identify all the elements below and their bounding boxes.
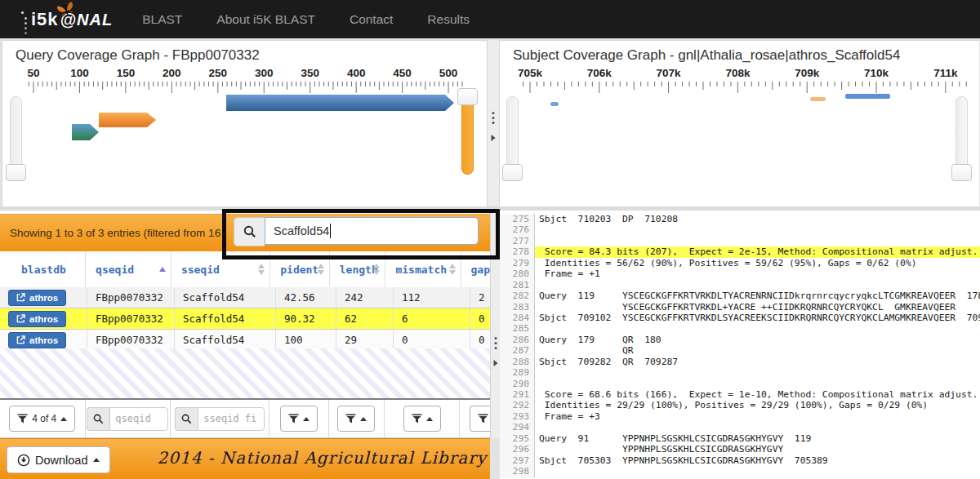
column-header-blastdb[interactable]: blastdb — [0, 251, 86, 287]
line-number: 275 — [500, 214, 535, 224]
column-header-sseqid[interactable]: sseqid — [172, 251, 270, 287]
nav-item-contact[interactable]: Contact — [350, 12, 393, 27]
alignment-text: YSCEGCKGFFKRTVRKDL+YACRE ++CIIDKRQRNRCQY… — [535, 302, 980, 313]
text-cursor — [330, 224, 331, 238]
subject-left-slider-track[interactable] — [506, 96, 519, 173]
table-row[interactable]: athrosFBpp0070332Scaffold5490.326260 — [0, 308, 490, 330]
query-zoom-slider-track[interactable] — [461, 93, 474, 175]
splitter-collapse-arrow-icon[interactable] — [494, 360, 498, 366]
query-zoom-slider-handle[interactable] — [457, 88, 478, 105]
splitter-collapse-arrow-icon[interactable] — [492, 135, 496, 141]
top-panel-splitter[interactable] — [487, 40, 500, 206]
alignment-line: 276 — [500, 224, 980, 235]
alignment-line: 289 — [500, 367, 980, 378]
alignment-line: 293 Frame = +3 — [500, 411, 980, 422]
gap-filter-button[interactable] — [470, 406, 490, 432]
svg-text:707k: 707k — [657, 67, 682, 79]
subject-right-slider-track[interactable] — [956, 96, 968, 173]
line-number: 298 — [500, 466, 535, 477]
alignment-text: Sbjct 709282 QR 709287 — [535, 357, 980, 367]
alignment-text-panel[interactable]: 275Sbjct 710203 DP 710208276277278 Score… — [500, 211, 980, 479]
nav-item-blast[interactable]: BLAST — [142, 12, 182, 27]
table-row[interactable]: athrosFBpp0070332Scaffold5442.562421122 — [0, 287, 490, 308]
svg-text:500: 500 — [439, 67, 458, 79]
alignment-text — [535, 466, 980, 477]
alignment-line: 287 QR — [500, 345, 980, 356]
line-number: 292 — [500, 400, 535, 410]
svg-text:50: 50 — [27, 67, 39, 79]
query-left-slider-track[interactable] — [10, 96, 22, 173]
line-number: 283 — [500, 302, 535, 313]
filter-cell-sseqid — [171, 400, 270, 437]
caret-up-icon — [60, 417, 67, 421]
sort-both-icon — [449, 264, 456, 275]
cell-qseqid: FBpp0070332 — [87, 330, 175, 350]
length-filter-button[interactable] — [337, 406, 375, 432]
table-search-icon[interactable] — [234, 217, 265, 246]
table-search-input[interactable]: Scaffold54 — [265, 217, 479, 245]
blast-results-page: { "theme":{"accent_orange":"#f09212","hi… — [0, 0, 980, 479]
alignment-text: Query 179 QR 180 — [535, 335, 980, 345]
svg-text:711k: 711k — [933, 67, 958, 79]
line-number: 281 — [500, 280, 535, 291]
subject-hit-orange[interactable] — [810, 97, 826, 101]
line-number: 277 — [500, 236, 535, 246]
navbar: i5k @NAL BLAST About i5K BLAST Contact R… — [0, 0, 980, 38]
column-header-qseqid[interactable]: qseqid — [86, 251, 172, 287]
download-label: Download — [35, 454, 88, 467]
download-button[interactable]: Download — [7, 446, 110, 473]
subject-hit-small[interactable] — [550, 102, 559, 106]
query-hit-green[interactable] — [72, 124, 99, 140]
alignment-text — [535, 323, 980, 334]
subject-coverage-panel: Subject Coverage Graph - gnl|Athalia_ros… — [499, 40, 979, 207]
cell-sseqid: Scaffold54 — [175, 287, 276, 308]
caret-up-icon — [93, 458, 100, 462]
svg-text:708k: 708k — [725, 67, 751, 79]
cell-gap: 0 — [470, 308, 490, 329]
line-number: 291 — [500, 389, 535, 400]
query-hit-orange[interactable] — [99, 113, 156, 127]
nav-item-about[interactable]: About i5K BLAST — [216, 12, 315, 27]
subject-left-slider-handle[interactable] — [502, 164, 523, 181]
cell-mismatch: 0 — [394, 330, 470, 350]
query-hit-blue[interactable] — [226, 95, 454, 111]
query-left-slider-handle[interactable] — [6, 164, 26, 181]
subject-right-slider-handle[interactable] — [951, 164, 972, 181]
line-number: 297 — [500, 455, 535, 466]
column-header-length[interactable]: length — [330, 251, 386, 287]
blastdb-link-button[interactable]: athros — [8, 332, 66, 348]
external-link-icon — [16, 335, 25, 344]
alignment-text: Query 91 YPPNHPLSGSKHLCSICGDRASGKHYGVY 1… — [535, 433, 980, 444]
mismatch-filter-button[interactable] — [403, 406, 441, 432]
svg-text:200: 200 — [163, 67, 181, 79]
svg-text:300: 300 — [255, 67, 274, 79]
filter-cell-blastdb: 4 of 4 — [0, 400, 86, 437]
site-logo[interactable]: i5k @NAL — [31, 9, 113, 30]
cell-pident: 90.32 — [276, 308, 336, 329]
cell-blastdb: athros — [0, 330, 87, 350]
line-number: 286 — [500, 335, 535, 345]
blastdb-link-button[interactable]: athros — [8, 290, 66, 306]
alignment-text: Frame = +3 — [535, 411, 980, 422]
alignment-text: QR — [535, 345, 980, 356]
alignment-text: Identities = 56/62 (90%), Positives = 59… — [535, 258, 980, 268]
blastdb-filter-button[interactable]: 4 of 4 — [9, 406, 75, 432]
cell-length: 62 — [336, 308, 394, 329]
alignment-line: 284Sbjct 709102 YSCEGCKGFFKRTVRKDLSYACRE… — [500, 313, 980, 323]
cell-sseqid: Scaffold54 — [175, 308, 276, 329]
alignment-text: Sbjct 710203 DP 710208 — [535, 214, 980, 224]
filter-cell-length — [329, 400, 385, 437]
column-header-pident[interactable]: pident — [270, 251, 330, 287]
alignment-line: 279 Identities = 56/62 (90%), Positives … — [500, 258, 980, 268]
qseqid-filter-input[interactable] — [109, 407, 168, 431]
alignment-line: 295Query 91 YPPNHPLSGSKHLCSICGDRASGKHYGV… — [500, 433, 980, 444]
caret-up-icon — [303, 417, 310, 421]
pident-filter-button[interactable] — [280, 406, 318, 432]
sseqid-filter-input[interactable] — [198, 407, 265, 431]
query-ruler: 50100150200250300350400450500 — [2, 65, 487, 98]
column-header-mismatch[interactable]: mismatch — [385, 251, 461, 287]
nav-item-results[interactable]: Results — [427, 12, 470, 27]
column-header-gap[interactable]: gap — [461, 251, 490, 287]
subject-hit-blue[interactable] — [845, 94, 890, 99]
blastdb-link-button[interactable]: athros — [8, 311, 66, 327]
